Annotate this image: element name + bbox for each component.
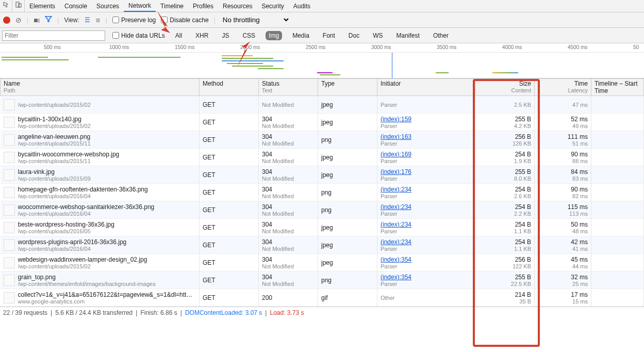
inspect-icon[interactable] (0, 0, 12, 12)
table-row[interactable]: wordpress-plugins-april-2016-36x36.jpg/w… (1, 236, 644, 254)
camera-icon[interactable]: ■ı (34, 16, 40, 24)
cell-status: 304Not Modified (259, 219, 318, 236)
cell-method: GET (200, 219, 259, 236)
table-row[interactable]: woocommerce-webshop-sanitairkiezer-36x36… (1, 201, 644, 219)
view-label: View: (64, 17, 79, 24)
cell-time: 50 ms48 ms (535, 219, 591, 236)
cell-initiator: (index):354Parser (377, 271, 475, 289)
filter-type-img[interactable]: Img (266, 31, 282, 40)
record-button[interactable] (3, 17, 10, 24)
request-name: grain_top.png (18, 274, 156, 281)
cell-initiator: (index):234Parser (377, 184, 475, 201)
col-timeline[interactable]: Timeline – Start Time (591, 79, 644, 96)
table-row[interactable]: /wp-content/uploads/2015/02GETNot Modifi… (1, 96, 644, 114)
col-method[interactable]: Method (200, 79, 259, 96)
preserve-log-checkbox[interactable]: Preserve log (112, 17, 156, 24)
disable-cache-label: Disable cache (170, 17, 208, 24)
cell-status: 304Not Modified (259, 236, 318, 254)
cell-waterfall (591, 271, 644, 289)
request-name: laura-vink.jpg (18, 168, 91, 175)
large-rows-icon[interactable]: ☰ (85, 17, 90, 24)
cell-time: 17 ms15 ms (535, 289, 591, 307)
timeline-overview[interactable]: 500 ms1000 ms1500 ms2000 ms2500 ms3000 m… (0, 43, 644, 78)
table-row[interactable]: homepage-gfn-rooftenten-daktenten-36x36.… (1, 184, 644, 201)
tab-network[interactable]: Network (124, 0, 156, 12)
filter-type-all[interactable]: All (172, 31, 185, 40)
filter-type-other[interactable]: Other (430, 31, 452, 40)
thumbnail-icon (4, 152, 15, 163)
filter-input[interactable] (2, 30, 105, 41)
tab-profiles[interactable]: Profiles (188, 0, 218, 12)
cell-size: 254 B2.2 KB (475, 201, 535, 219)
filter-type-xhr[interactable]: XHR (192, 31, 211, 40)
tab-audits[interactable]: Audits (289, 0, 315, 12)
col-size[interactable]: SizeContent (475, 79, 535, 96)
filter-type-media[interactable]: Media (289, 31, 312, 40)
filter-type-js[interactable]: JS (219, 31, 232, 40)
footer-requests: 22 / 39 requests (3, 309, 47, 316)
ruler-tick: 2500 ms (306, 44, 325, 50)
table-row[interactable]: bycaitlin-woocommerce-webshop.jpg/wp-con… (1, 149, 644, 166)
cell-size: 254 B2.6 KB (475, 184, 535, 201)
table-row[interactable]: laura-vink.jpg/wp-content/uploads/2015/0… (1, 166, 644, 184)
filter-icon[interactable] (45, 15, 52, 24)
disable-cache-checkbox[interactable]: Disable cache (161, 17, 208, 24)
cell-method: GET (200, 201, 259, 219)
request-name: wordpress-plugins-april-2016-36x36.jpg (18, 238, 127, 246)
request-path: /wp-content/uploads/2015/11 (18, 158, 120, 164)
request-name: bycaitlin-woocommerce-webshop.jpg (18, 151, 120, 158)
cell-size: 255 B8.0 KB (475, 166, 535, 184)
clear-icon[interactable]: ⊘ (15, 16, 22, 24)
cell-status: 304Not Modified (259, 149, 318, 166)
col-status[interactable]: StatusText (259, 79, 318, 96)
cell-waterfall (591, 131, 644, 149)
cell-type: png (318, 271, 377, 289)
cell-status: 200 (259, 289, 318, 307)
filter-type-font[interactable]: Font (320, 31, 338, 40)
cell-time: 84 ms83 ms (535, 166, 591, 184)
cell-type: gif (318, 289, 377, 307)
tab-elements[interactable]: Elements (25, 0, 60, 12)
filter-toolbar: Hide data URLs AllXHRJSCSSImgMediaFontDo… (0, 28, 644, 43)
filter-type-doc[interactable]: Doc (345, 31, 362, 40)
request-name: webdesign-waddinxveen-lamper-design_02.j… (18, 256, 147, 263)
col-time[interactable]: TimeLatency (535, 79, 591, 96)
tab-security[interactable]: Security (257, 0, 288, 12)
cell-initiator: (index):234Parser (377, 219, 475, 236)
cell-initiator: (index):234Parser (377, 236, 475, 254)
filter-type-manifest[interactable]: Manifest (393, 31, 423, 40)
table-row[interactable]: webdesign-waddinxveen-lamper-design_02.j… (1, 254, 644, 271)
footer-transferred: 5.6 KB / 24.4 KB transferred (55, 309, 133, 316)
small-rows-icon[interactable]: ≣ (95, 17, 101, 24)
col-name[interactable]: NamePath (1, 79, 200, 96)
table-row[interactable]: grain_top.png/wp-content/themes/enfold/i… (1, 271, 644, 289)
device-icon[interactable] (12, 0, 25, 12)
cell-type: png (318, 184, 377, 201)
cell-time: 32 ms25 ms (535, 271, 591, 289)
table-row[interactable]: angeline-van-leeuwen.png/wp-content/uplo… (1, 131, 644, 149)
table-row[interactable]: bycaitlin-1-300x140.jpg/wp-content/uploa… (1, 114, 644, 131)
filter-type-css[interactable]: CSS (239, 31, 258, 40)
hide-data-urls-checkbox[interactable]: Hide data URLs (112, 32, 165, 39)
col-type[interactable]: Type (318, 79, 377, 96)
request-name: homepage-gfn-rooftenten-daktenten-36x36.… (18, 186, 148, 193)
thumbnail-icon (4, 222, 15, 233)
cell-method: GET (200, 114, 259, 131)
cell-type: jpeg (318, 254, 377, 271)
throttling-select[interactable]: No throttling (221, 15, 290, 24)
request-name: angeline-van-leeuwen.png (18, 133, 91, 140)
cell-initiator: (index):234Parser (377, 201, 475, 219)
cell-initiator: (index):354Parser (377, 254, 475, 271)
filter-type-ws[interactable]: WS (370, 31, 386, 40)
cell-waterfall (591, 184, 644, 201)
table-row[interactable]: beste-wordpress-hosting-36x36.jpg/wp-con… (1, 219, 644, 236)
tab-console[interactable]: Console (60, 0, 92, 12)
cell-time: 111 ms51 ms (535, 131, 591, 149)
tab-timeline[interactable]: Timeline (156, 0, 188, 12)
cell-method: GET (200, 184, 259, 201)
col-initiator[interactable]: Initiator (377, 79, 475, 96)
table-row[interactable]: collect?v=1&_v=j41&a=651676122&t=pagevie… (1, 289, 644, 307)
tab-resources[interactable]: Resources (218, 0, 257, 12)
thumbnail-icon (4, 292, 15, 303)
tab-sources[interactable]: Sources (92, 0, 124, 12)
